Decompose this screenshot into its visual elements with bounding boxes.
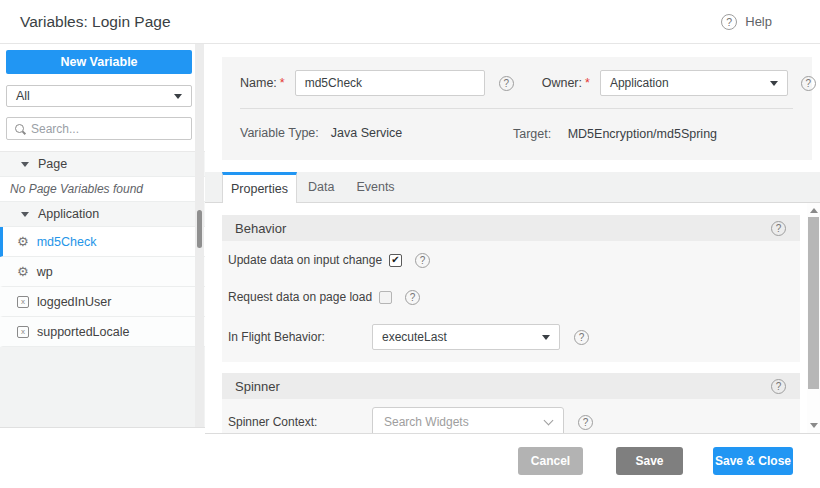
chevron-down-icon <box>542 335 550 340</box>
new-variable-button[interactable]: New Variable <box>6 50 192 74</box>
tree-item-loggedinuser[interactable]: loggedInUser <box>0 287 205 317</box>
static-variable-icon <box>17 326 29 338</box>
name-input[interactable] <box>295 70 485 96</box>
variable-summary-card: Name:* Owner:* Application <box>222 57 812 160</box>
variables-dialog: Variables: Login Page Help New Variable … <box>0 0 820 488</box>
tab-events[interactable]: Events <box>345 172 405 202</box>
properties-tab-content: Behavior Update data on input change Req… <box>205 203 820 433</box>
variable-tree: Page No Page Variables found Application… <box>0 151 205 347</box>
tree-group-page[interactable]: Page <box>0 152 205 177</box>
tree-item-label: wp <box>37 265 53 279</box>
dialog-header: Variables: Login Page Help <box>0 0 820 44</box>
update-data-checkbox[interactable] <box>389 254 402 267</box>
help-label: Help <box>745 14 772 29</box>
spinner-section-body: Spinner Context: Search Widgets <box>222 399 800 433</box>
sidebar-scrollbar-thumb[interactable] <box>197 210 202 248</box>
save-and-close-button[interactable]: Save & Close <box>713 447 793 475</box>
behavior-help-icon[interactable] <box>771 221 786 236</box>
chevron-down-icon <box>174 94 182 99</box>
tree-item-wp[interactable]: wp <box>0 257 205 287</box>
behavior-section-header: Behavior <box>222 215 800 241</box>
collapse-caret-icon <box>21 162 29 167</box>
save-button[interactable]: Save <box>616 447 683 475</box>
target-value: MD5Encryption/md5Spring <box>568 127 717 141</box>
variable-filter-value: All <box>16 89 30 103</box>
behavior-section: Behavior Update data on input change Req… <box>222 215 800 362</box>
help-icon <box>721 14 737 30</box>
variable-type-label: Variable Type: <box>240 126 319 140</box>
empty-page-variables-message: No Page Variables found <box>0 177 205 202</box>
inflight-behavior-label: In Flight Behavior: <box>228 330 372 344</box>
request-data-help-icon[interactable] <box>405 290 420 305</box>
help-link[interactable]: Help <box>721 14 772 30</box>
inflight-behavior-value: executeLast <box>382 330 447 344</box>
name-owner-row: Name:* Owner:* Application <box>240 70 816 96</box>
owner-select[interactable]: Application <box>600 70 788 96</box>
spinner-section: Spinner Spinner Context: Search Widgets <box>222 373 800 433</box>
spinner-context-placeholder: Search Widgets <box>384 415 469 429</box>
variable-type-value: Java Service <box>331 126 403 140</box>
spinner-section-header: Spinner <box>222 373 800 399</box>
inflight-behavior-help-icon[interactable] <box>574 330 589 345</box>
page-title: Variables: Login Page <box>20 13 171 31</box>
variable-detail-panel: Name:* Owner:* Application <box>205 44 820 434</box>
spinner-title: Spinner <box>235 379 280 394</box>
content-scrollbar-thumb[interactable] <box>808 217 819 389</box>
target-label: Target: <box>513 127 551 141</box>
request-data-label: Request data on page load <box>228 290 372 304</box>
tree-item-label: supportedLocale <box>37 325 129 339</box>
detail-tabbar: Properties Data Events <box>205 172 820 203</box>
inflight-behavior-row: In Flight Behavior: executeLast <box>228 324 800 350</box>
owner-label: Owner:* <box>542 76 590 90</box>
search-icon <box>15 124 24 133</box>
tab-data[interactable]: Data <box>297 172 345 202</box>
card-divider <box>240 108 793 109</box>
tree-item-label: md5Check <box>37 235 97 249</box>
name-label: Name:* <box>240 76 285 90</box>
spinner-context-row: Spinner Context: Search Widgets <box>228 407 800 433</box>
service-variable-icon <box>17 265 29 278</box>
content-scrollbar[interactable] <box>807 203 820 433</box>
variable-sidebar: New Variable All Page No Page Variables … <box>0 44 205 428</box>
inflight-behavior-select[interactable]: executeLast <box>372 324 560 350</box>
spinner-context-label: Spinner Context: <box>228 415 372 429</box>
scroll-up-icon[interactable] <box>810 208 818 213</box>
sidebar-filler <box>0 347 205 427</box>
dialog-footer: Cancel Save Save & Close <box>0 434 820 488</box>
tree-item-label: loggedInUser <box>37 295 111 309</box>
required-marker: * <box>280 76 285 90</box>
required-marker: * <box>585 76 590 90</box>
search-input[interactable] <box>31 122 183 136</box>
chevron-down-icon <box>544 415 554 425</box>
owner-help-icon[interactable] <box>801 76 816 91</box>
type-target-row: Variable Type: Java Service Target: MD5E… <box>240 120 717 146</box>
sidebar-scrollbar[interactable] <box>195 44 204 427</box>
service-variable-icon <box>17 235 29 248</box>
update-data-label: Update data on input change <box>228 253 382 267</box>
variable-search[interactable] <box>6 117 192 140</box>
behavior-title: Behavior <box>235 221 286 236</box>
tree-group-label: Page <box>38 157 67 171</box>
tree-item-supportedlocale[interactable]: supportedLocale <box>0 317 205 347</box>
spinner-help-icon[interactable] <box>771 379 786 394</box>
spinner-context-combobox[interactable]: Search Widgets <box>372 407 564 433</box>
behavior-section-body: Update data on input change Request data… <box>222 241 800 362</box>
tab-properties[interactable]: Properties <box>222 172 297 203</box>
variable-filter-select[interactable]: All <box>6 85 192 107</box>
cancel-button[interactable]: Cancel <box>518 447 583 475</box>
tree-item-md5check[interactable]: md5Check <box>0 227 205 257</box>
static-variable-icon <box>17 296 29 308</box>
tree-group-label: Application <box>38 207 99 221</box>
collapse-caret-icon <box>21 212 29 217</box>
request-data-row: Request data on page load <box>228 289 800 305</box>
update-data-help-icon[interactable] <box>415 253 430 268</box>
spinner-context-help-icon[interactable] <box>578 415 593 430</box>
update-data-row: Update data on input change <box>228 252 800 268</box>
owner-value: Application <box>610 76 669 90</box>
dialog-body: New Variable All Page No Page Variables … <box>0 44 820 434</box>
request-data-checkbox[interactable] <box>379 291 392 304</box>
chevron-down-icon <box>770 81 778 86</box>
tree-group-application[interactable]: Application <box>0 202 205 227</box>
name-help-icon[interactable] <box>499 76 514 91</box>
scroll-down-icon[interactable] <box>810 423 818 428</box>
